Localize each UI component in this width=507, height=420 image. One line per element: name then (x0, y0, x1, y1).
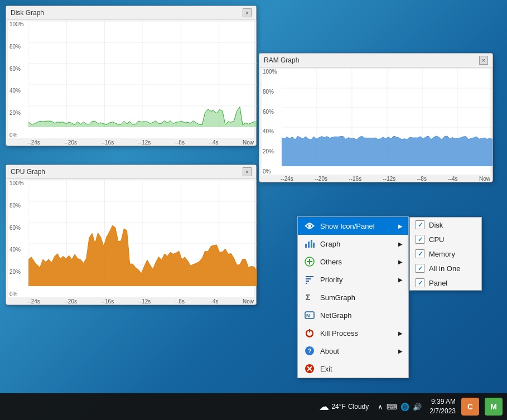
ram-x-labels: --24s --20s --16s --12s --8s --4s Now (259, 176, 492, 182)
all-in-one-label: All in One (429, 264, 460, 273)
disk-graph-titlebar: Disk Graph × (6, 6, 256, 20)
netgraph-label: NetGraph (320, 311, 403, 320)
cpu-graph-container: 100% 80% 60% 40% 20% 0% (8, 180, 254, 297)
menu-item-about[interactable]: ? About ▶ (298, 342, 408, 360)
disk-graph-title: Disk Graph (11, 9, 44, 17)
graph-arrow: ▶ (398, 241, 403, 247)
ram-graph-container: 100% 80% 60% 40% 20% 0% (262, 69, 490, 175)
show-icon-panel-arrow: ▶ (398, 223, 403, 229)
disk-graph-close[interactable]: × (243, 8, 252, 17)
taskbar-right: ☁ 24°F Cloudy ∧ ⌨ 🌐 🔊 9:39 AM 2/7/2023 C… (319, 397, 503, 416)
svg-point-1 (308, 225, 311, 228)
menu-item-netgraph[interactable]: N NetGraph (298, 306, 408, 324)
clock[interactable]: 9:39 AM 2/7/2023 (429, 397, 456, 416)
priority-label: Priority (320, 276, 394, 284)
others-label: Others (320, 258, 394, 266)
disk-y-labels: 100% 80% 60% 40% 20% 0% (9, 21, 24, 138)
panel-label: Panel (429, 279, 447, 287)
disk-graph-canvas (28, 21, 257, 127)
cpu-graph-canvas (28, 180, 257, 286)
weather-info: ☁ 24°F Cloudy (319, 400, 369, 413)
priority-icon (303, 273, 316, 286)
show-icon-panel-label: Show Icon/Panel (320, 222, 394, 230)
cpu-check (416, 235, 424, 244)
menu-item-graph[interactable]: Graph ▶ (298, 235, 408, 253)
submenu-panel[interactable]: Panel (410, 276, 481, 290)
system-tray: ∧ ⌨ 🌐 🔊 (378, 403, 422, 411)
tray-expand-icon[interactable]: ∧ (378, 403, 383, 411)
show-icon-submenu: Disk CPU Memory All in One Panel (409, 217, 482, 291)
all-in-one-check (416, 264, 424, 273)
sumgraph-label: SumGraph (320, 293, 403, 302)
plus-icon (303, 255, 316, 268)
condition: Cloudy (348, 403, 369, 411)
svg-rect-5 (313, 243, 315, 248)
time-display: 9:39 AM (429, 397, 456, 407)
exit-label: Exit (320, 365, 403, 373)
svg-text:N: N (306, 313, 310, 318)
ram-graph-canvas (282, 69, 492, 166)
eye-icon (303, 220, 316, 232)
others-arrow: ▶ (398, 259, 403, 265)
priority-arrow: ▶ (398, 277, 403, 283)
about-label: About (320, 347, 394, 355)
disk-graph-container: 100% 80% 60% 40% 20% 0% (8, 21, 254, 138)
kill-process-arrow: ▶ (398, 330, 403, 336)
menu-item-kill-process[interactable]: Kill Process ▶ (298, 324, 408, 342)
panel-check (416, 278, 424, 287)
menu-item-others[interactable]: Others ▶ (298, 253, 408, 271)
temperature: 24°F (331, 403, 345, 411)
submenu-cpu[interactable]: CPU (410, 232, 481, 247)
menu-item-sumgraph[interactable]: Σ SumGraph (298, 288, 408, 306)
svg-rect-3 (308, 242, 310, 248)
ram-graph-window: RAM Graph × 100% 80% 60% 40% 20% 0% --24… (259, 53, 493, 182)
submenu-all-in-one[interactable]: All in One (410, 261, 481, 276)
netgraph-icon: N (303, 309, 316, 321)
memory-check (416, 249, 424, 258)
power-icon (303, 327, 316, 339)
cpu-graph-close[interactable]: × (243, 167, 252, 176)
cpu-y-labels: 100% 80% 60% 40% 20% 0% (9, 180, 24, 297)
date-display: 2/7/2023 (429, 407, 456, 416)
cpu-graph-title: CPU Graph (11, 168, 45, 176)
network-icon: 🌐 (400, 403, 409, 411)
keyboard-icon: ⌨ (387, 403, 397, 411)
disk-x-labels: --24s --20s --16s --12s --8s --4s Now (6, 139, 256, 146)
submenu-memory[interactable]: Memory (410, 247, 481, 261)
ram-graph-title: RAM Graph (264, 56, 299, 64)
menu-item-priority[interactable]: Priority ▶ (298, 271, 408, 288)
svg-rect-2 (305, 244, 307, 248)
cpu-label: CPU (429, 235, 444, 244)
exit-icon (303, 363, 316, 375)
submenu-disk[interactable]: Disk (410, 218, 481, 232)
menu-item-exit[interactable]: Exit (298, 360, 408, 378)
about-arrow: ▶ (398, 348, 403, 354)
weather-icon: ☁ (319, 400, 329, 413)
menu-item-show-icon-panel[interactable]: Show Icon/Panel ▶ Disk CPU Memory All in… (298, 217, 408, 235)
cpu-graph-window: CPU Graph × 100% 80% 60% 40% 20% 0% --24… (6, 165, 257, 305)
disk-graph-window: Disk Graph × 100% 80% 60% 40% 20% 0% --2… (6, 6, 257, 146)
memory-label: Memory (429, 250, 455, 258)
svg-rect-4 (311, 240, 312, 248)
kill-process-label: Kill Process (320, 329, 394, 337)
context-menu: Show Icon/Panel ▶ Disk CPU Memory All in… (297, 216, 409, 378)
bar-chart-icon (303, 238, 316, 250)
volume-icon[interactable]: 🔊 (413, 403, 422, 411)
cpu-x-labels: --24s --20s --16s --12s --8s --4s Now (6, 298, 256, 305)
ram-graph-titlebar: RAM Graph × (259, 54, 492, 67)
taskbar-btn-c[interactable]: C (461, 398, 479, 416)
disk-check (416, 220, 424, 229)
disk-label: Disk (429, 221, 443, 229)
taskbar-btn-m[interactable]: M (485, 398, 503, 416)
svg-text:Σ: Σ (306, 293, 310, 302)
question-icon: ? (303, 345, 316, 357)
taskbar: ☁ 24°F Cloudy ∧ ⌨ 🌐 🔊 9:39 AM 2/7/2023 C… (0, 393, 507, 420)
sigma-icon: Σ (303, 291, 316, 303)
svg-text:?: ? (308, 347, 312, 354)
cpu-graph-titlebar: CPU Graph × (6, 165, 256, 179)
ram-y-labels: 100% 80% 60% 40% 20% 0% (263, 69, 277, 175)
ram-graph-close[interactable]: × (479, 56, 488, 65)
graph-label: Graph (320, 240, 394, 248)
